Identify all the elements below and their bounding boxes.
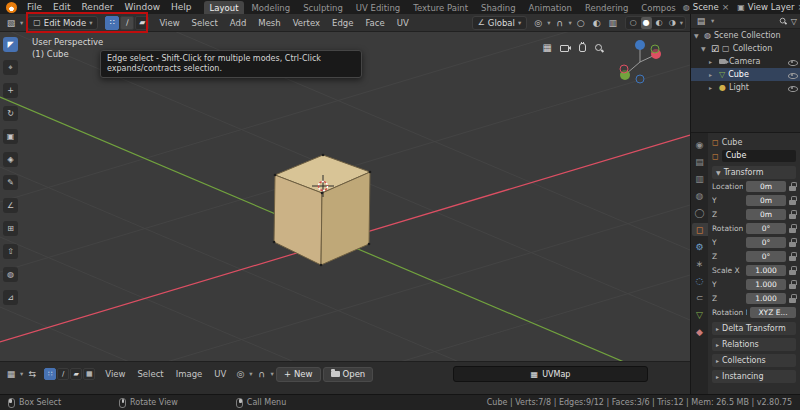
expand-toggle-icon[interactable]: ▼ bbox=[701, 45, 708, 52]
menu-select[interactable]: Select bbox=[187, 16, 223, 30]
properties-tab-modifiers[interactable]: ⚙ bbox=[692, 240, 708, 253]
editor-type-image-icon[interactable]: ▦ bbox=[4, 369, 18, 379]
rotation-x-field[interactable]: 0° bbox=[746, 223, 786, 234]
snap-magnet-icon[interactable]: ∩ bbox=[552, 18, 566, 28]
uv-face-select-button[interactable]: ▰ bbox=[70, 368, 82, 380]
menu-file[interactable]: File bbox=[22, 0, 47, 14]
menu-face[interactable]: Face bbox=[360, 16, 389, 30]
editor-type-outliner-icon[interactable]: ▤ bbox=[694, 16, 708, 26]
show-gizmo-icon[interactable]: ◐ bbox=[590, 18, 604, 28]
shading-wireframe-button[interactable]: ○ bbox=[628, 17, 639, 29]
shading-material-button[interactable]: ◐ bbox=[654, 17, 665, 29]
blender-logo-icon[interactable] bbox=[6, 2, 17, 13]
scene-unlink-icon[interactable]: × bbox=[722, 2, 730, 12]
properties-tab-particles[interactable]: ∗ bbox=[692, 257, 708, 270]
scale-x-field[interactable]: 1.000 bbox=[746, 265, 786, 276]
scale-y-field[interactable]: 1.000 bbox=[746, 279, 786, 290]
uv-edge-select-button[interactable]: ∕ bbox=[57, 368, 69, 380]
scene-selector[interactable]: Scene bbox=[693, 2, 719, 12]
tab-modeling[interactable]: Modeling bbox=[245, 1, 296, 14]
edge-select-button[interactable]: ∕ bbox=[120, 16, 134, 30]
lock-icon[interactable] bbox=[789, 266, 796, 275]
tab-rendering[interactable]: Rendering bbox=[579, 1, 634, 14]
uv-menu-image[interactable]: Image bbox=[171, 367, 208, 381]
tab-animation[interactable]: Animation bbox=[523, 1, 578, 14]
uv-snap-dropdown-icon[interactable]: ▾ bbox=[271, 370, 274, 378]
expand-toggle-icon[interactable]: ▼ bbox=[694, 32, 701, 39]
scale-z-field[interactable]: 1.000 bbox=[746, 293, 786, 304]
menu-window[interactable]: Window bbox=[120, 0, 166, 14]
lock-icon[interactable] bbox=[789, 210, 796, 219]
location-z-field[interactable]: 0m bbox=[746, 209, 786, 220]
tab-layout[interactable]: Layout bbox=[204, 1, 245, 14]
navigation-gizmo[interactable] bbox=[614, 36, 666, 88]
open-image-button[interactable]: Open bbox=[323, 367, 374, 382]
rotation-z-field[interactable]: 0° bbox=[746, 251, 786, 262]
lock-icon[interactable] bbox=[789, 196, 796, 205]
tool-inset[interactable]: ◍ bbox=[3, 267, 18, 282]
view-layer-selector[interactable]: View Layer bbox=[748, 2, 795, 12]
pan-hand-icon[interactable] bbox=[579, 43, 586, 52]
lock-icon[interactable] bbox=[789, 280, 796, 289]
filter-icon[interactable]: ▽ bbox=[791, 17, 797, 26]
outliner-item-scene-collection[interactable]: ▼ ◍ Scene Collection bbox=[691, 29, 800, 42]
mode-dropdown[interactable]: ▢ Edit Mode ▾ bbox=[27, 16, 98, 30]
tool-scale[interactable]: ▣ bbox=[3, 129, 18, 144]
grid-toggle-icon[interactable]: ▦ bbox=[543, 42, 552, 53]
tool-transform[interactable]: ◈ bbox=[3, 152, 18, 167]
uv-menu-view[interactable]: View bbox=[100, 367, 130, 381]
menu-render[interactable]: Render bbox=[77, 0, 119, 14]
tab-shading[interactable]: Shading bbox=[475, 1, 522, 14]
lock-icon[interactable] bbox=[789, 224, 796, 233]
properties-tab-render[interactable]: ◉ bbox=[692, 138, 708, 151]
properties-tab-object-data[interactable]: ▽ bbox=[692, 308, 708, 321]
tool-measure[interactable]: ∠ bbox=[3, 198, 18, 213]
gizmo-z-axis[interactable] bbox=[635, 40, 645, 50]
new-image-button[interactable]: + New bbox=[276, 367, 321, 382]
menu-add[interactable]: Add bbox=[225, 16, 251, 30]
shading-dropdown-icon[interactable]: ▾ bbox=[680, 19, 683, 27]
editor-type-3d-viewport-icon[interactable]: ▧ bbox=[4, 18, 18, 28]
menu-uv[interactable]: UV bbox=[392, 16, 414, 30]
properties-tab-output[interactable]: ▤ bbox=[692, 155, 708, 168]
cube-object[interactable] bbox=[274, 155, 370, 265]
outliner-item-collection[interactable]: ▼ ☑ ▢ Collection bbox=[691, 42, 800, 55]
menu-vertex[interactable]: Vertex bbox=[288, 16, 325, 30]
outliner-item-light[interactable]: ▸ ● Light bbox=[691, 81, 800, 94]
shading-solid-button[interactable]: ● bbox=[641, 17, 652, 29]
uv-snap-icon[interactable]: ∩ bbox=[255, 369, 269, 379]
properties-tab-world[interactable]: ◯ bbox=[692, 206, 708, 219]
proportional-editing-icon[interactable]: ○ bbox=[574, 18, 588, 28]
visibility-eye-icon[interactable] bbox=[787, 83, 797, 93]
tab-uv-editing[interactable]: UV Editing bbox=[350, 1, 406, 14]
section-transform[interactable]: ▼ Transform bbox=[712, 166, 796, 179]
tool-extrude[interactable]: ⇧ bbox=[3, 244, 18, 259]
vertex-select-button[interactable]: ∷ bbox=[105, 16, 119, 30]
visibility-eye-icon[interactable] bbox=[787, 57, 797, 67]
properties-tab-material[interactable]: ◆ bbox=[692, 325, 708, 338]
expand-toggle-icon[interactable]: ▸ bbox=[709, 58, 716, 65]
tab-compositing[interactable]: Compos bbox=[635, 1, 681, 14]
gizmo-neg-x-axis[interactable] bbox=[620, 65, 628, 73]
uv-pivot-icon[interactable]: ◎ bbox=[233, 369, 247, 379]
expand-toggle-icon[interactable]: ▸ bbox=[709, 84, 716, 91]
menu-view[interactable]: View bbox=[154, 16, 184, 30]
tool-move[interactable]: + bbox=[3, 83, 18, 98]
menu-edge[interactable]: Edge bbox=[327, 16, 358, 30]
outliner-item-camera[interactable]: ▸ Camera bbox=[691, 55, 800, 68]
tab-sculpting[interactable]: Sculpting bbox=[297, 1, 349, 14]
menu-help[interactable]: Help bbox=[166, 0, 197, 14]
uv-menu-select[interactable]: Select bbox=[132, 367, 168, 381]
snap-dropdown-icon[interactable]: ▾ bbox=[568, 19, 571, 27]
face-select-button[interactable]: ▰ bbox=[135, 16, 149, 30]
shading-rendered-button[interactable]: ◑ bbox=[667, 17, 678, 29]
orientation-dropdown[interactable]: ∠ Global ▾ bbox=[472, 16, 528, 30]
section-instancing[interactable]: ▸ Instancing bbox=[712, 370, 796, 383]
show-overlays-icon[interactable]: ▥ bbox=[606, 18, 620, 28]
editor-type-dropdown-icon[interactable]: ▾ bbox=[20, 19, 23, 27]
outliner-item-cube[interactable]: ▸ ▽ Cube bbox=[691, 68, 800, 81]
uv-vertex-select-button[interactable]: ∷ bbox=[44, 368, 56, 380]
camera-view-icon[interactable] bbox=[560, 43, 571, 52]
uv-menu-uv[interactable]: UV bbox=[209, 367, 231, 381]
location-y-field[interactable]: 0m bbox=[746, 195, 786, 206]
